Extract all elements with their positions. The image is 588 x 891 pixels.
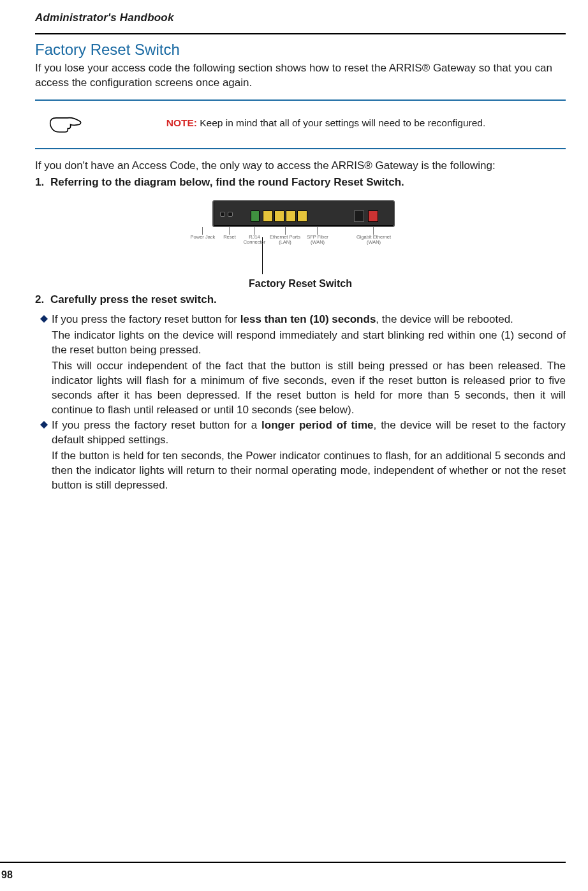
b1-p2: The indicator lights on the device will … — [52, 328, 566, 358]
diagram: Power Jack Reset RJ14 Connector Ethernet… — [35, 200, 566, 290]
rj14-port-icon — [251, 210, 260, 222]
section-intro: If you lose your access code the followi… — [35, 61, 566, 91]
pointing-hand-icon — [40, 112, 91, 134]
eth-port-icon — [263, 210, 273, 222]
eth-port-icon — [286, 210, 296, 222]
note-block: NOTE: Keep in mind that all of your sett… — [35, 99, 566, 149]
ports-left — [220, 208, 238, 222]
device-panel — [212, 200, 395, 227]
note-body: Keep in mind that all of your settings w… — [197, 117, 485, 128]
b2-lead: If you press the factory reset button fo… — [52, 419, 261, 431]
running-head: Administrator's Handbook — [35, 11, 566, 24]
ports-right — [354, 208, 379, 222]
reset-hole-icon — [228, 212, 233, 217]
label-sfp: SFP Fiber (WAN) — [302, 235, 334, 245]
footer-rule — [0, 862, 566, 863]
wan-port-icon — [368, 210, 378, 222]
eth-port-icon — [274, 210, 284, 222]
b1-lead: If you press the factory reset button fo… — [52, 313, 240, 325]
diagram-caption: Factory Reset Switch — [249, 278, 352, 290]
lead-in: If you don't have an Access Code, the on… — [35, 159, 566, 172]
svg-marker-0 — [40, 315, 48, 323]
b2-p2: If the button is held for ten seconds, t… — [52, 449, 566, 493]
page-number: 98 — [1, 869, 13, 881]
device-diagram: Power Jack Reset RJ14 Connector Ethernet… — [193, 200, 408, 258]
svg-marker-1 — [40, 421, 48, 429]
section-title: Factory Reset Switch — [35, 41, 566, 59]
b1-bold: less than ten (10) seconds — [240, 313, 376, 325]
step-1-number: 1. — [35, 176, 50, 189]
bullet-1: If you press the factory reset button fo… — [36, 313, 566, 418]
step-2-text: Carefully press the reset switch. — [50, 293, 566, 306]
bullet-1-body: If you press the factory reset button fo… — [52, 313, 566, 418]
note-text: NOTE: Keep in mind that all of your sett… — [91, 117, 561, 129]
step-2-number: 2. — [35, 293, 50, 306]
diamond-bullet-icon — [36, 313, 52, 418]
label-wan: Gigabit Ethernet (WAN) — [351, 235, 396, 245]
bullet-2: If you press the factory reset button fo… — [36, 418, 566, 493]
sfp-port-icon — [354, 210, 364, 222]
step-1: 1. Referring to the diagram below, find … — [35, 176, 566, 189]
power-jack-icon — [220, 212, 225, 217]
b1-p3: This will occur independent of the fact … — [52, 359, 566, 418]
step-1-text: Referring to the diagram below, find the… — [50, 176, 566, 189]
step-2: 2. Carefully press the reset switch. — [35, 293, 566, 306]
header-rule — [35, 33, 566, 34]
page: Administrator's Handbook Factory Reset S… — [0, 0, 588, 891]
label-eth: Ethernet Ports (LAN) — [270, 235, 300, 245]
diamond-bullet-icon — [36, 418, 52, 493]
label-rj14: RJ14 Connector — [240, 235, 268, 245]
b1-tail: , the device will be rebooted. — [376, 313, 513, 325]
b2-bold: longer period of time — [261, 419, 373, 431]
bullet-2-body: If you press the factory reset button fo… — [52, 418, 566, 493]
ports-mid — [251, 208, 322, 222]
eth-port-icon — [297, 210, 307, 222]
label-power: Power Jack — [188, 235, 217, 240]
note-label: NOTE: — [166, 117, 197, 128]
label-reset: Reset — [220, 235, 239, 240]
